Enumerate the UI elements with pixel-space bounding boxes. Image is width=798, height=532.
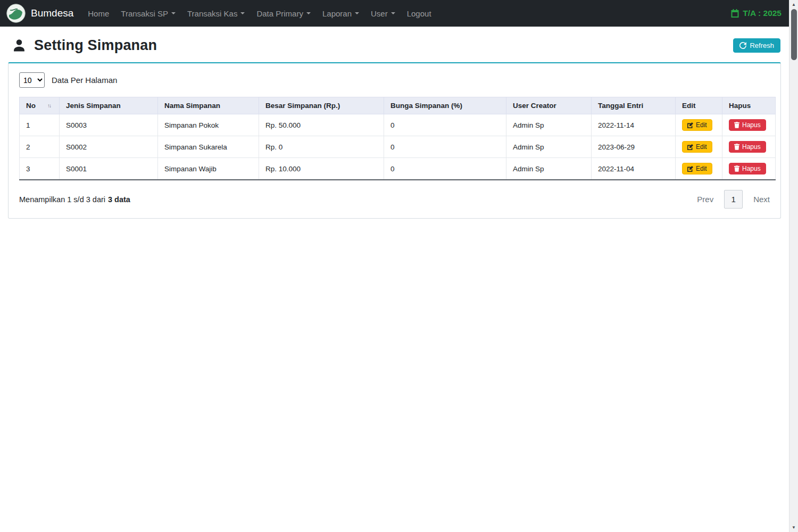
cell-bunga: 0 [384, 114, 506, 136]
hapus-button-label: Hapus [742, 165, 761, 172]
cell-bunga: 0 [384, 158, 506, 180]
col-header-bunga: Bunga Simpanan (%) [384, 97, 506, 114]
showing-info: Menampilkan 1 s/d 3 dari 3 data [19, 195, 130, 204]
cell-hapus: Hapus [722, 114, 776, 136]
sort-icon[interactable]: ↑↓ [47, 103, 51, 109]
main-menu: Home Transaksi SP Transaksi Kas Data Pri… [82, 0, 437, 27]
scrollbar[interactable]: ▲ ▼ [789, 0, 798, 532]
bumdesa-logo-icon [6, 4, 26, 23]
col-header-besar: Besar Simpanan (Rp.) [259, 97, 384, 114]
nav-logout[interactable]: Logout [401, 0, 437, 27]
cell-nama: Simpanan Pokok [158, 114, 259, 136]
chevron-down-icon [355, 12, 359, 14]
data-card: 10 Data Per Halaman No ↑↓ Jenis S [8, 62, 781, 219]
refresh-button[interactable]: Refresh [733, 38, 780, 53]
cell-nama: Simpanan Wajib [158, 158, 259, 180]
refresh-label: Refresh [750, 41, 774, 49]
hapus-button[interactable]: Hapus [729, 141, 766, 153]
cell-no: 2 [20, 136, 60, 158]
pagination-next[interactable]: Next [753, 195, 770, 204]
cell-edit: Edit [676, 158, 722, 180]
table-row: 3 S0001 Simpanan Wajib Rp. 10.000 0 Admi… [20, 158, 776, 180]
page-header: Setting Simpanan Refresh [0, 27, 789, 58]
col-header-creator: User Creator [506, 97, 592, 114]
refresh-icon [739, 42, 746, 49]
cell-nama: Simpanan Sukarela [158, 136, 259, 158]
cell-no: 3 [20, 158, 60, 180]
cell-jenis: S0001 [60, 158, 158, 180]
chevron-down-icon [306, 12, 311, 14]
scrollbar-thumb[interactable] [791, 9, 797, 60]
cell-besar: Rp. 10.000 [259, 158, 384, 180]
edit-button[interactable]: Edit [682, 119, 712, 131]
nav-logout-label: Logout [407, 9, 431, 18]
user-icon [12, 38, 27, 53]
cell-jenis: S0003 [60, 114, 158, 136]
brand-name: Bumdesa [31, 7, 73, 19]
nav-user[interactable]: User [365, 0, 401, 27]
calendar-icon [731, 9, 739, 18]
cell-no: 1 [20, 114, 60, 136]
edit-button-label: Edit [696, 143, 707, 151]
brand[interactable]: Bumdesa [6, 4, 73, 23]
nav-transaksi-sp-label: Transaksi SP [121, 9, 168, 18]
pagination-prev[interactable]: Prev [697, 195, 713, 204]
edit-button-label: Edit [696, 121, 707, 129]
table-header-row: No ↑↓ Jenis Simpanan Nama Simpanan Besar… [20, 97, 776, 114]
chevron-down-icon [391, 12, 395, 14]
cell-tanggal: 2022-11-04 [592, 158, 676, 180]
col-header-hapus: Hapus [722, 97, 776, 114]
nav-data-primary-label: Data Primary [256, 9, 303, 18]
scroll-up-icon[interactable]: ▲ [789, 0, 798, 9]
showing-count: 3 data [108, 195, 130, 204]
cell-hapus: Hapus [722, 158, 776, 180]
hapus-button[interactable]: Hapus [729, 163, 766, 174]
cell-hapus: Hapus [722, 136, 776, 158]
fiscal-year-badge: T/A : 2025 [731, 9, 782, 18]
nav-laporan[interactable]: Laporan [317, 0, 365, 27]
table-row: 2 S0002 Simpanan Sukarela Rp. 0 0 Admin … [20, 136, 776, 158]
cell-jenis: S0002 [60, 136, 158, 158]
cell-besar: Rp. 0 [259, 136, 384, 158]
pagination-page-1[interactable]: 1 [724, 190, 743, 209]
simpanan-table: No ↑↓ Jenis Simpanan Nama Simpanan Besar… [19, 97, 776, 180]
table-controls: 10 Data Per Halaman [19, 72, 770, 88]
scroll-down-icon[interactable]: ▼ [789, 523, 798, 532]
cell-bunga: 0 [384, 136, 506, 158]
per-page-select[interactable]: 10 [19, 72, 45, 88]
chevron-down-icon [171, 12, 176, 14]
trash-icon [734, 165, 739, 172]
cell-creator: Admin Sp [506, 114, 592, 136]
nav-laporan-label: Laporan [322, 9, 352, 18]
col-header-tanggal: Tanggal Entri [592, 97, 676, 114]
hapus-button[interactable]: Hapus [729, 119, 766, 131]
cell-tanggal: 2022-11-14 [592, 114, 676, 136]
edit-icon [687, 166, 693, 172]
nav-transaksi-kas[interactable]: Transaksi Kas [181, 0, 251, 27]
table-row: 1 S0003 Simpanan Pokok Rp. 50.000 0 Admi… [20, 114, 776, 136]
edit-icon [687, 144, 693, 150]
cell-creator: Admin Sp [506, 136, 592, 158]
cell-besar: Rp. 50.000 [259, 114, 384, 136]
edit-button[interactable]: Edit [682, 163, 712, 174]
trash-icon [734, 144, 739, 150]
fiscal-year-label: T/A : 2025 [743, 9, 782, 18]
col-header-nama: Nama Simpanan [158, 97, 259, 114]
nav-transaksi-sp[interactable]: Transaksi SP [115, 0, 181, 27]
per-page-label: Data Per Halaman [52, 76, 117, 85]
edit-icon [687, 122, 693, 128]
nav-transaksi-kas-label: Transaksi Kas [187, 9, 237, 18]
col-header-no[interactable]: No ↑↓ [20, 97, 60, 114]
hapus-button-label: Hapus [742, 143, 761, 151]
col-header-no-label: No [26, 102, 36, 110]
nav-home[interactable]: Home [82, 0, 115, 27]
cell-edit: Edit [676, 136, 722, 158]
showing-text: Menampilkan 1 s/d 3 dari [19, 195, 105, 204]
nav-home-label: Home [88, 9, 109, 18]
pagination: Prev 1 Next [697, 190, 770, 209]
hapus-button-label: Hapus [742, 121, 761, 129]
edit-button[interactable]: Edit [682, 141, 712, 153]
nav-data-primary[interactable]: Data Primary [251, 0, 317, 27]
cell-tanggal: 2023-06-29 [592, 136, 676, 158]
top-navbar: Bumdesa Home Transaksi SP Transaksi Kas … [0, 0, 789, 27]
